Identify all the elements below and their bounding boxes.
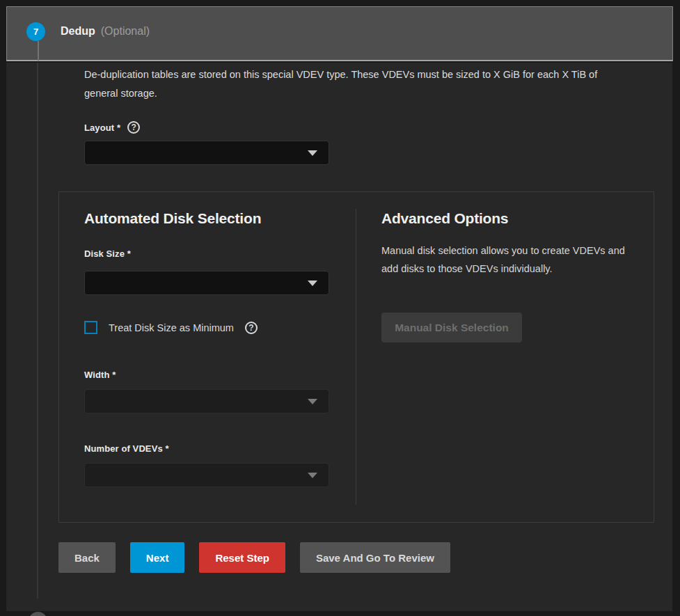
number-of-vdevs-label-row: Number of VDEVs *: [84, 443, 169, 454]
dropdown-arrow-icon: [308, 473, 317, 478]
step-optional-label: (Optional): [101, 25, 150, 38]
disk-size-label-row: Disk Size *: [84, 248, 131, 259]
reset-step-button[interactable]: Reset Step: [199, 542, 285, 573]
step-number-badge: 7: [26, 22, 45, 41]
treat-disk-size-minimum-checkbox[interactable]: [84, 321, 97, 334]
next-step-circle: [29, 612, 47, 616]
number-of-vdevs-select[interactable]: [84, 463, 329, 487]
number-of-vdevs-label: Number of VDEVs *: [84, 443, 169, 454]
automated-section-title: Automated Disk Selection: [84, 210, 261, 227]
dedup-step-screen: 7 Dedup (Optional) De-duplication tables…: [0, 0, 680, 616]
dropdown-arrow-icon: [308, 399, 317, 404]
advanced-section-description: Manual disk selection allows you to crea…: [381, 242, 632, 278]
dropdown-arrow-icon: [308, 150, 317, 156]
advanced-section-title: Advanced Options: [381, 210, 508, 227]
layout-label-row: Layout * ?: [84, 121, 140, 134]
width-label-row: Width *: [84, 370, 116, 380]
back-button[interactable]: Back: [58, 542, 116, 573]
step-title-row: Dedup (Optional): [61, 25, 150, 38]
step-title: Dedup: [61, 25, 95, 38]
width-label: Width *: [84, 370, 116, 380]
help-icon[interactable]: ?: [127, 121, 140, 134]
treat-disk-size-minimum-label: Treat Disk Size as Minimum: [109, 322, 234, 333]
save-and-go-to-review-button[interactable]: Save And Go To Review: [300, 542, 450, 573]
next-button[interactable]: Next: [130, 542, 185, 573]
stepper-connector-line-top: [38, 41, 39, 61]
stepper-connector-line: [37, 63, 38, 599]
help-icon[interactable]: ?: [245, 322, 258, 334]
step-action-bar: Back Next Reset Step Save And Go To Revi…: [58, 542, 450, 573]
layout-select[interactable]: [84, 141, 329, 165]
card-divider: [356, 209, 356, 505]
layout-label: Layout *: [84, 123, 120, 133]
step-description: De-duplication tables are stored on this…: [84, 65, 628, 103]
dropdown-arrow-icon: [308, 281, 317, 286]
disk-size-label: Disk Size *: [84, 248, 131, 259]
step-header[interactable]: 7 Dedup (Optional): [6, 6, 673, 61]
treat-disk-size-minimum-row: Treat Disk Size as Minimum ?: [84, 321, 258, 334]
manual-disk-selection-button[interactable]: Manual Disk Selection: [381, 313, 522, 342]
disk-size-select[interactable]: [84, 271, 329, 295]
width-select[interactable]: [84, 389, 329, 413]
